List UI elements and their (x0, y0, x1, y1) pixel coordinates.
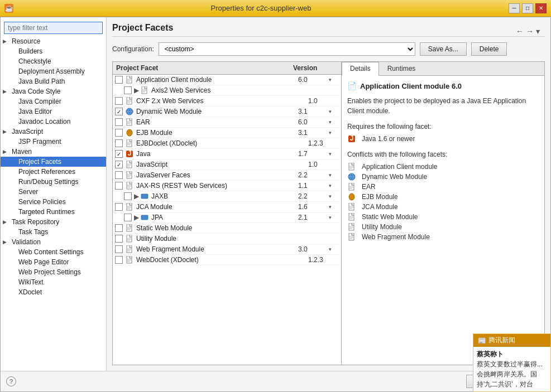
version-dropdown-icon[interactable]: ▾ (329, 77, 339, 83)
facet-checkbox[interactable] (115, 150, 123, 158)
facet-checkbox[interactable] (115, 203, 123, 211)
version-dropdown-icon[interactable]: ▾ (329, 151, 339, 157)
facet-checkbox[interactable] (115, 182, 123, 190)
close-button[interactable]: ✕ (535, 3, 547, 13)
nav-forward-icon[interactable]: → (526, 27, 534, 36)
facet-checkbox[interactable] (124, 192, 132, 200)
facet-row[interactable]: ▶JPA2.1▾ (113, 212, 341, 223)
sidebar-item-validation[interactable]: ▶Validation (1, 237, 106, 247)
tab-runtimes[interactable]: Runtimes (379, 62, 424, 75)
doc-icon (125, 224, 134, 232)
sidebar-item-maven[interactable]: ▶Maven (1, 147, 106, 157)
facet-checkbox[interactable] (115, 76, 123, 84)
facet-version: 1.2.3 (308, 256, 339, 264)
sidebar-item-task-tags[interactable]: Task Tags (1, 227, 106, 237)
facet-row[interactable]: Utility Module (113, 234, 341, 244)
sidebar-item-targeted-runtimes[interactable]: Targeted Runtimes (1, 207, 106, 217)
facet-row[interactable]: Web Fragment Module3.0▾ (113, 244, 341, 255)
version-dropdown-icon[interactable]: ▾ (329, 183, 339, 188)
tab-details[interactable]: Details (342, 62, 379, 76)
facet-row[interactable]: Application Client module6.0▾ (113, 75, 341, 85)
facet-row[interactable]: EJB Module3.1▾ (113, 128, 341, 138)
app-icon: ☕ (4, 4, 13, 13)
config-select[interactable]: <custom>JavaServer Faces v2.0 ProjectJav… (159, 42, 415, 56)
facet-checkbox[interactable] (115, 97, 123, 105)
sidebar-item-resource[interactable]: ▶Resource (1, 36, 106, 46)
nav-down-icon[interactable]: ▾ (536, 27, 540, 36)
facet-row[interactable]: Dynamic Web Module3.1▾ (113, 107, 341, 117)
sidebar-item-javadoc-location[interactable]: Javadoc Location (1, 117, 106, 127)
delete-button[interactable]: Delete (471, 42, 507, 56)
facet-checkbox[interactable] (115, 224, 123, 232)
facet-row[interactable]: EAR6.0▾ (113, 117, 341, 128)
facet-row[interactable]: CXF 2.x Web Services1.0 (113, 96, 341, 107)
version-dropdown-icon[interactable]: ▾ (329, 215, 339, 220)
facet-name: EJBDoclet (XDoclet) (136, 139, 308, 147)
expand-icon: ▶ (134, 192, 139, 200)
version-dropdown-icon[interactable]: ▾ (329, 130, 339, 135)
sidebar-item-service-policies[interactable]: Service Policies (1, 197, 106, 207)
sidebar-item-project-references[interactable]: Project References (1, 167, 106, 177)
window-controls: ─ □ ✕ (509, 3, 547, 13)
help-icon[interactable]: ? (6, 376, 16, 386)
facet-row[interactable]: JavaServer Faces2.2▾ (113, 170, 341, 181)
sidebar-item-task-repository[interactable]: ▶Task Repository (1, 217, 106, 227)
expand-arrow-icon: ▶ (3, 149, 9, 154)
facet-row[interactable]: JJava1.7▾ (113, 149, 341, 159)
facet-row[interactable]: JAX-RS (REST Web Services)1.1▾ (113, 181, 341, 191)
facet-checkbox[interactable] (115, 235, 123, 243)
facet-row[interactable]: ▶Axis2 Web Services (113, 85, 341, 96)
sidebar-item-checkstyle[interactable]: Checkstyle (1, 56, 106, 66)
version-dropdown-icon[interactable]: ▾ (329, 119, 339, 125)
facet-row[interactable]: WebDoclet (XDoclet)1.2.3 (113, 255, 341, 265)
sidebar-item-java-compiler[interactable]: Java Compiler (1, 96, 106, 107)
facet-row[interactable]: ▶JAXB2.2▾ (113, 191, 341, 202)
nav-back-icon[interactable]: ← (516, 27, 524, 36)
facet-checkbox[interactable] (124, 86, 132, 94)
facet-checkbox[interactable] (115, 245, 123, 253)
minimize-button[interactable]: ─ (509, 3, 520, 13)
facet-checkbox[interactable] (124, 214, 132, 221)
facet-row[interactable]: JCA Module1.6▾ (113, 202, 341, 212)
globe-icon (347, 173, 356, 181)
sidebar-item-web-project-settings[interactable]: Web Project Settings (1, 267, 106, 277)
facet-checkbox[interactable] (115, 108, 123, 115)
facet-row[interactable]: JavaScript1.0 (113, 159, 341, 170)
facet-row[interactable]: Static Web Module (113, 223, 341, 234)
sidebar-item-run-debug-settings[interactable]: Run/Debug Settings (1, 177, 106, 187)
config-label: Configuration: (112, 45, 154, 53)
facet-checkbox[interactable] (115, 171, 123, 179)
version-dropdown-icon[interactable]: ▾ (329, 204, 339, 210)
sidebar-item-java-editor[interactable]: Java Editor (1, 107, 106, 117)
save-as-button[interactable]: Save As... (420, 42, 467, 56)
sidebar-item-java-build-path[interactable]: Java Build Path (1, 76, 106, 86)
sidebar-item-web-content-settings[interactable]: Web Content Settings (1, 247, 106, 257)
version-dropdown-icon[interactable]: ▾ (329, 109, 339, 114)
filter-input[interactable] (4, 22, 103, 34)
facet-checkbox[interactable] (115, 161, 123, 168)
facet-checkbox[interactable] (115, 129, 123, 137)
sidebar-item-builders[interactable]: Builders (1, 46, 106, 56)
facet-checkbox[interactable] (115, 139, 123, 147)
sidebar-item-web-page-editor[interactable]: Web Page Editor (1, 257, 106, 267)
conflict-item: JCA Module (347, 202, 539, 212)
facet-name: Dynamic Web Module (136, 108, 298, 115)
sidebar-item-project-facets[interactable]: Project Facets (1, 157, 106, 167)
facet-row[interactable]: EJBDoclet (XDoclet)1.2.3 (113, 138, 341, 149)
bottom-bar: ? Revert OK (1, 371, 550, 391)
version-dropdown-icon[interactable]: ▾ (329, 172, 339, 178)
facet-checkbox[interactable] (115, 256, 123, 264)
version-dropdown-icon[interactable]: ▾ (329, 193, 339, 199)
sidebar-item-server[interactable]: Server (1, 187, 106, 197)
sidebar-item-javascript[interactable]: ▶JavaScript (1, 127, 106, 137)
sidebar-item-java-code-style[interactable]: ▶Java Code Style (1, 86, 106, 96)
version-dropdown-icon[interactable]: ▾ (329, 246, 339, 252)
sidebar-item-jsp-fragment[interactable]: JSP Fragment (1, 137, 106, 147)
sidebar-item-wikitext[interactable]: WikiText (1, 277, 106, 287)
details-tabs: Details Runtimes (342, 62, 544, 76)
maximize-button[interactable]: □ (522, 3, 533, 13)
doc-icon (125, 139, 134, 147)
sidebar-item-xdoclet[interactable]: XDoclet (1, 287, 106, 297)
sidebar-item-deployment-assembly[interactable]: Deployment Assembly (1, 66, 106, 76)
facet-checkbox[interactable] (115, 118, 123, 126)
